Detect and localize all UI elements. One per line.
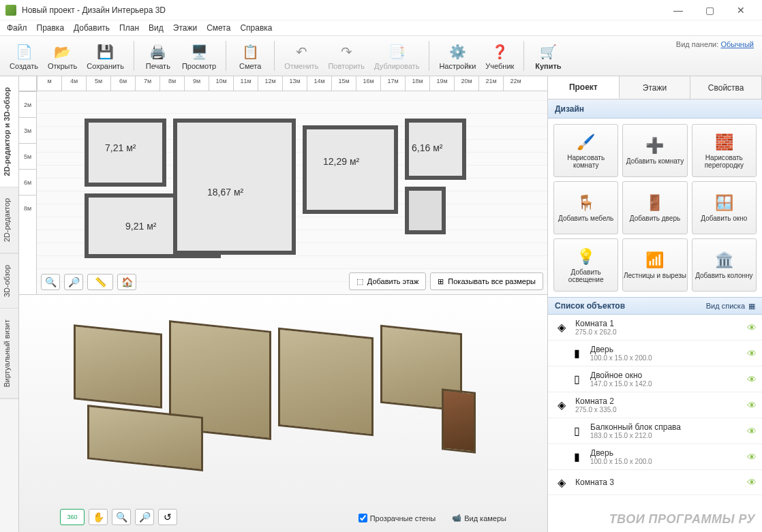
design-btn-6[interactable]: 💡Добавить освещение (553, 238, 618, 292)
redo-button[interactable]: ↷Повторить (325, 41, 367, 72)
create-button[interactable]: 📄Создать (7, 41, 41, 72)
visibility-icon[interactable]: 👁 (747, 477, 757, 488)
duplicate-icon: 📑 (387, 42, 406, 61)
design-icon: 💡 (576, 247, 596, 267)
camera-view-checkbox[interactable]: 📹Вид камеры (452, 514, 506, 522)
tab-project[interactable]: Проект (548, 76, 620, 99)
room-area-2: 18,67 м² (207, 187, 243, 198)
menu-file[interactable]: Файл (7, 23, 27, 33)
list-item[interactable]: ◈Комната 3👁 (548, 470, 762, 495)
visibility-icon[interactable]: 👁 (747, 374, 757, 385)
room-icon: ◈ (553, 319, 570, 336)
list-item[interactable]: ▯Двойное окно147.0 x 15.0 x 142.0👁 (548, 366, 762, 392)
window-icon: ▯ (568, 371, 585, 388)
design-btn-3[interactable]: 🪑Добавить мебель (553, 181, 618, 234)
menu-view[interactable]: Вид (149, 23, 164, 33)
menu-estimate[interactable]: Смета (207, 23, 230, 33)
settings-button[interactable]: ⚙️Настройки (436, 41, 478, 72)
design-btn-0[interactable]: 🖌️Нарисовать комнату (553, 124, 618, 177)
duplicate-button[interactable]: 📑Дублировать (371, 41, 422, 72)
ruler-horizontal: м4м5м6м7м8м9м10м11м12м13м14м15м16м17м18м… (19, 76, 547, 91)
visibility-icon[interactable]: 👁 (747, 400, 757, 411)
preview-button[interactable]: 🖥️Просмотр (179, 41, 219, 72)
view-3d[interactable]: 360 ✋ 🔍 🔎 ↺ Прозрачные стены 📹Вид камеры (19, 294, 547, 532)
help-icon: ❓ (490, 42, 509, 61)
zoom-out-3d-button[interactable]: 🔍 (112, 509, 131, 525)
maximize-button[interactable]: ▢ (694, 0, 725, 20)
door-icon: ▮ (568, 449, 585, 465)
app-icon (5, 5, 16, 16)
print-button[interactable]: 🖨️Печать (141, 41, 175, 72)
list-item[interactable]: ▮Дверь100.0 x 15.0 x 200.0👁 (548, 341, 762, 366)
dimensions-icon: ⊞ (438, 277, 444, 286)
design-btn-2[interactable]: 🧱Нарисовать перегородку (692, 124, 757, 177)
measure-button[interactable]: 📏 (87, 274, 113, 290)
design-icon: 🏛️ (714, 250, 734, 270)
design-btn-7[interactable]: 📶Лестницы и вырезы (622, 238, 687, 292)
panel-mode-link[interactable]: Обычный (720, 40, 754, 48)
home-button[interactable]: 🏠 (117, 274, 136, 290)
menu-help[interactable]: Справка (240, 23, 272, 33)
design-btn-1[interactable]: ➕Добавить комнату (622, 124, 687, 177)
plan-canvas[interactable]: 7,21 м² 18,67 м² 12,29 м² 6,16 м² 9,21 м… (37, 91, 547, 294)
reset-view-button[interactable]: ↺ (158, 509, 177, 525)
monitor-icon: 🖥️ (189, 42, 209, 61)
pan-button[interactable]: ✋ (89, 509, 108, 525)
tab-properties[interactable]: Свойства (690, 76, 762, 99)
list-item[interactable]: ◈Комната 1275.0 x 262.0👁 (548, 315, 762, 341)
printer-icon: 🖨️ (149, 42, 168, 61)
tutorial-button[interactable]: ❓Учебник (483, 41, 517, 72)
room-area-4: 6,16 м² (412, 142, 442, 153)
tab-2d-3d[interactable]: 2D-редактор и 3D-обзор (0, 76, 18, 187)
cart-icon: 🛒 (538, 42, 558, 61)
redo-icon: ↷ (337, 42, 356, 61)
add-floor-button[interactable]: ⬚Добавить этаж (349, 272, 426, 290)
visibility-icon[interactable]: 👁 (747, 426, 757, 437)
zoom-in-button[interactable]: 🔎 (64, 274, 83, 290)
list-mode-toggle[interactable]: Вид списка▦ (706, 302, 755, 311)
menu-edit[interactable]: Правка (37, 23, 65, 33)
minimize-button[interactable]: — (662, 0, 694, 20)
undo-icon: ↶ (292, 42, 311, 61)
list-item[interactable]: ◈Комната 2275.0 x 335.0👁 (548, 392, 762, 418)
estimate-button[interactable]: 📋Смета (233, 41, 267, 72)
close-button[interactable]: ✕ (725, 0, 757, 20)
menu-floors[interactable]: Этажи (173, 23, 197, 33)
object-list[interactable]: ◈Комната 1275.0 x 262.0👁▮Дверь100.0 x 15… (548, 315, 762, 532)
camera-icon: 📹 (452, 514, 461, 522)
visibility-icon[interactable]: 👁 (747, 452, 757, 463)
new-file-icon: 📄 (14, 42, 33, 61)
side-tabs: 2D-редактор и 3D-обзор 2D-редактор 3D-об… (0, 76, 19, 532)
tab-3d[interactable]: 3D-обзор (0, 254, 18, 309)
design-btn-5[interactable]: 🪟Добавить окно (692, 181, 757, 234)
menu-add[interactable]: Добавить (74, 23, 110, 33)
tab-virtual[interactable]: Виртуальный визит (0, 309, 18, 399)
show-dimensions-button[interactable]: ⊞Показывать все размеры (430, 272, 543, 290)
tab-2d[interactable]: 2D-редактор (0, 187, 18, 253)
buy-button[interactable]: 🛒Купить (531, 41, 565, 72)
menubar: Файл Правка Добавить План Вид Этажи Смет… (0, 20, 762, 35)
undo-button[interactable]: ↶Отменить (281, 41, 321, 72)
design-btn-4[interactable]: 🚪Добавить дверь (622, 181, 687, 234)
list-item[interactable]: ▯Балконный блок справа183.0 x 15.0 x 212… (548, 418, 762, 444)
floppy-icon: 💾 (96, 42, 115, 61)
list-item[interactable]: ▮Дверь100.0 x 15.0 x 200.0👁 (548, 444, 762, 470)
save-button[interactable]: 💾Сохранить (84, 41, 127, 72)
room-icon: ◈ (553, 397, 570, 413)
folder-open-icon: 📂 (53, 42, 72, 61)
visibility-icon[interactable]: 👁 (747, 348, 757, 359)
rotate-360-button[interactable]: 360 (60, 509, 85, 525)
floorplan[interactable]: 7,21 м² 18,67 м² 12,29 м² 6,16 м² 9,21 м… (85, 105, 466, 262)
design-icon: 📶 (645, 250, 665, 270)
tab-floors[interactable]: Этажи (620, 76, 691, 99)
design-btn-8[interactable]: 🏛️Добавить колонну (692, 238, 757, 292)
open-button[interactable]: 📂Открыть (45, 41, 80, 72)
ruler-vertical: 2м3м5м6м8м (19, 91, 37, 294)
zoom-out-button[interactable]: 🔍 (41, 274, 60, 290)
door-icon: ▮ (568, 345, 585, 362)
zoom-in-3d-button[interactable]: 🔎 (135, 509, 154, 525)
transparent-walls-checkbox[interactable]: Прозрачные стены (359, 514, 436, 522)
visibility-icon[interactable]: 👁 (747, 322, 757, 333)
design-icon: ➕ (645, 136, 665, 156)
menu-plan[interactable]: План (119, 23, 139, 33)
